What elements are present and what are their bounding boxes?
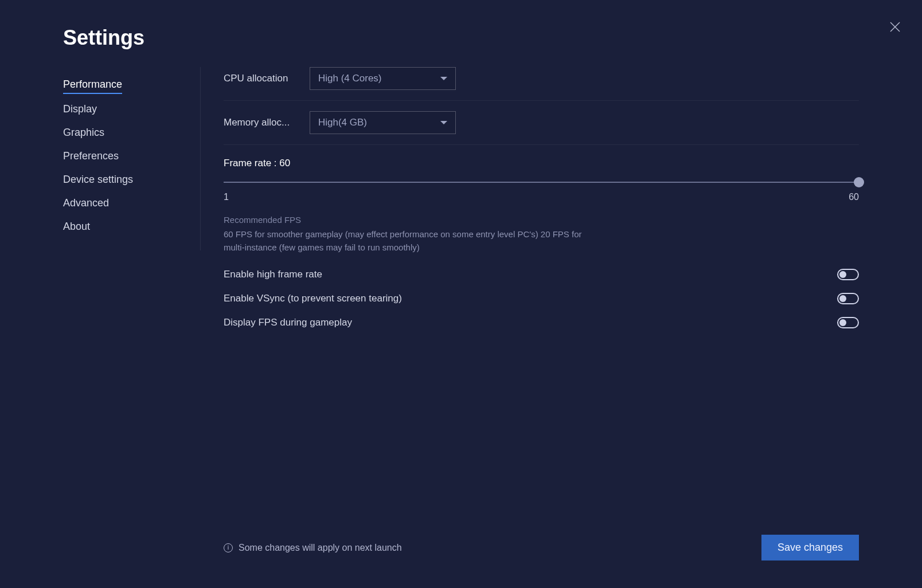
toggle-knob: [839, 319, 846, 326]
slider-max: 60: [849, 192, 859, 202]
slider-track: [224, 182, 859, 183]
slider-min: 1: [224, 192, 229, 202]
footer-note-text: Some changes will apply on next launch: [239, 543, 402, 553]
cpu-select[interactable]: High (4 Cores): [310, 67, 456, 90]
memory-select[interactable]: High(4 GB): [310, 111, 456, 134]
toggle-high-frame-label: Enable high frame rate: [224, 269, 322, 280]
framerate-label: Frame rate : 60: [224, 158, 859, 169]
toggle-display-fps-row: Display FPS during gameplay: [224, 317, 859, 328]
toggle-knob: [839, 271, 846, 278]
sidebar-item-display[interactable]: Display: [63, 97, 97, 121]
cpu-label: CPU allocation: [224, 73, 304, 84]
sidebar: Performance Display Graphics Preferences…: [63, 67, 201, 250]
memory-row: Memory alloc... High(4 GB): [224, 101, 859, 145]
sidebar-item-graphics[interactable]: Graphics: [63, 121, 104, 144]
toggle-display-fps[interactable]: [837, 317, 859, 328]
toggle-display-fps-label: Display FPS during gameplay: [224, 317, 352, 328]
sidebar-item-device-settings[interactable]: Device settings: [63, 168, 133, 191]
toggle-high-frame[interactable]: [837, 269, 859, 280]
framerate-section: Frame rate : 60 1 60 Recommended FPS 60 …: [224, 145, 859, 336]
toggle-vsync-label: Enable VSync (to prevent screen tearing): [224, 293, 402, 304]
sidebar-item-about[interactable]: About: [63, 215, 90, 238]
close-icon[interactable]: [888, 20, 902, 34]
cpu-row: CPU allocation High (4 Cores): [224, 67, 859, 101]
sidebar-item-advanced[interactable]: Advanced: [63, 191, 109, 215]
cpu-select-value: High (4 Cores): [318, 73, 382, 84]
fps-note-title: Recommended FPS: [224, 215, 859, 225]
content: CPU allocation High (4 Cores) Memory all…: [201, 67, 859, 566]
toggle-vsync-row: Enable VSync (to prevent screen tearing): [224, 293, 859, 304]
fps-note-body: 60 FPS for smoother gameplay (may effect…: [224, 228, 591, 254]
page-title: Settings: [63, 26, 859, 50]
chevron-down-icon: [440, 121, 447, 124]
footer-note: i Some changes will apply on next launch: [224, 543, 402, 553]
save-button[interactable]: Save changes: [761, 535, 859, 560]
toggle-vsync[interactable]: [837, 293, 859, 304]
sidebar-item-performance[interactable]: Performance: [63, 73, 122, 94]
framerate-slider[interactable]: [224, 177, 859, 187]
memory-label: Memory alloc...: [224, 117, 304, 128]
memory-select-value: High(4 GB): [318, 117, 367, 128]
toggle-knob: [839, 295, 846, 302]
slider-thumb[interactable]: [854, 177, 864, 187]
footer: i Some changes will apply on next launch…: [224, 535, 859, 560]
chevron-down-icon: [440, 77, 447, 80]
toggle-high-frame-row: Enable high frame rate: [224, 269, 859, 280]
info-icon: i: [224, 543, 233, 552]
sidebar-item-preferences[interactable]: Preferences: [63, 144, 119, 168]
